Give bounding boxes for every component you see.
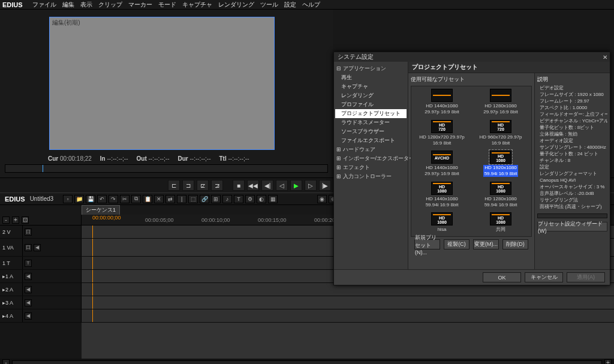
scrub-bar[interactable] — [5, 164, 328, 173]
btn-new-preset[interactable]: 新規プリセット(N)... — [414, 239, 440, 249]
tool-new[interactable]: ▫ — [63, 195, 73, 203]
tc-in[interactable]: --:--:--;-- — [107, 155, 128, 162]
btn-next[interactable]: |▶ — [319, 180, 331, 191]
hscroll-zoom-out[interactable]: - — [2, 359, 10, 364]
tc-ttl[interactable]: --:--:--;-- — [228, 155, 249, 162]
track-label[interactable]: 1 T — [0, 257, 23, 269]
btn-del-in[interactable]: ⊏̷ — [197, 180, 209, 191]
btn-rew[interactable]: ◀◀ — [247, 180, 259, 191]
tree-app[interactable]: ⊟ アプリケーション — [335, 64, 407, 73]
btn-duplicate[interactable]: 複製(C) — [444, 239, 469, 249]
close-icon[interactable]: ✕ — [600, 54, 610, 61]
tool-ripple[interactable]: ⇄ — [165, 195, 175, 203]
tool-title[interactable]: T — [234, 195, 243, 203]
preset-item[interactable]: HD1080HD 1280x108059.94i 16:9 8bit — [474, 181, 528, 210]
menu-render[interactable]: レンダリング — [218, 1, 254, 9]
project-name[interactable]: Untitled3 — [30, 195, 53, 202]
track-icon[interactable]: ◀ — [25, 286, 32, 293]
tool-redo[interactable]: ↷ — [109, 195, 118, 203]
desc-hscroll[interactable] — [537, 213, 607, 218]
sequence-tab[interactable]: シーケンス1 — [82, 205, 120, 215]
tool-d[interactable]: ◐ — [257, 195, 266, 203]
tree-file-export[interactable]: ファイルエクスポート — [335, 136, 407, 145]
tree-source-browser[interactable]: ソースブラウザー — [335, 127, 407, 136]
tool-split[interactable]: | — [177, 195, 186, 203]
tree-capture[interactable]: キャプチャ — [335, 82, 407, 91]
btn-play[interactable]: ▶ — [290, 180, 302, 191]
tree-loudness[interactable]: ラウドネスメーター — [335, 118, 407, 127]
btn-del-out[interactable]: ⊐̷ — [211, 180, 223, 191]
tool-e[interactable]: ▦ — [268, 195, 278, 203]
dialog-titlebar[interactable]: システム設定 ✕ — [334, 52, 610, 62]
tc-dur[interactable]: --:--:--;-- — [190, 155, 211, 162]
tool-save[interactable]: 💾 — [86, 195, 95, 203]
hscroll-zoom-in[interactable]: + — [604, 359, 612, 364]
tool-copy[interactable]: ⧉ — [131, 195, 141, 203]
menu-help[interactable]: ヘルプ — [302, 1, 320, 9]
track-icon[interactable]: ◀ — [25, 273, 32, 280]
preset-item[interactable]: HD 1440x108029.97p 16:9 8bit — [415, 88, 469, 118]
tree-effect[interactable]: ⊞ エフェクト — [335, 163, 407, 172]
preset-item[interactable]: HD1080hisa — [415, 211, 469, 235]
tree-playback[interactable]: 再生 — [335, 73, 407, 82]
track-body[interactable] — [82, 309, 614, 322]
btn-cancel[interactable]: キャンセル — [525, 272, 563, 282]
track-row[interactable]: ▸4 A◀ — [0, 309, 614, 323]
track-body[interactable] — [82, 296, 614, 309]
track-label[interactable]: 1 VA — [0, 239, 23, 256]
btn-prev[interactable]: ◀| — [261, 180, 273, 191]
track-label[interactable]: 2 V — [0, 225, 23, 238]
track-label[interactable]: ▸2 A — [0, 283, 23, 296]
tree-profile[interactable]: プロファイル — [335, 100, 407, 109]
zoom-in[interactable]: + — [12, 216, 19, 224]
tree-project-preset[interactable]: プロジェクトプリセット — [335, 109, 407, 118]
tool-cut[interactable]: ✂ — [120, 195, 130, 203]
btn-fwd[interactable]: ▷ — [305, 180, 317, 191]
menu-marker[interactable]: マーカー — [128, 1, 152, 9]
preset-item[interactable]: HD1080HD 1440x108059.94i 16:9 8bit — [415, 181, 469, 210]
tool-paste[interactable]: 📋 — [143, 195, 152, 203]
tc-out[interactable]: --:--:--;-- — [149, 155, 170, 162]
preset-item[interactable]: HD720HD 1280x720 29.97p16:9 8bit — [415, 119, 469, 149]
btn-ok[interactable]: OK — [483, 272, 521, 282]
btn-set-in[interactable]: ⊏ — [168, 180, 180, 191]
tool-c[interactable]: ⚙ — [245, 195, 255, 203]
preset-item[interactable]: HD1080HD 1920x108059.94i 16:9 8bit — [474, 149, 528, 179]
track-icon[interactable]: ◀ — [25, 299, 32, 306]
tree-input-ctrl[interactable]: ⊞ 入力コントローラー — [335, 172, 407, 181]
tool-link[interactable]: 🔗 — [200, 195, 209, 203]
tool-del[interactable]: ✕ — [154, 195, 164, 203]
zoom-fit[interactable]: ⊡ — [22, 216, 29, 224]
preset-item[interactable]: AVCHDHD 1440x108029.97p 16:9 8bit — [415, 149, 469, 179]
btn-apply[interactable]: 適用(A) — [567, 272, 605, 282]
btn-back[interactable]: ◁ — [276, 180, 288, 191]
track-label[interactable]: ▸3 A — [0, 296, 23, 309]
btn-delete[interactable]: 削除(D) — [502, 239, 528, 249]
tool-open[interactable]: 📁 — [74, 195, 84, 203]
tc-cur[interactable]: 00:00:18;22 — [60, 155, 92, 162]
menu-view[interactable]: 表示 — [80, 1, 92, 9]
menu-mode[interactable]: モード — [158, 1, 176, 9]
tool-group[interactable]: ⬚ — [188, 195, 198, 203]
track-label[interactable]: ▸4 A — [0, 309, 23, 322]
track-icon[interactable]: T — [25, 260, 32, 267]
tree-importer[interactable]: ⊞ インポーター/エクスポーター — [335, 154, 407, 163]
menu-settings[interactable]: 設定 — [284, 1, 296, 9]
btn-preset-wizard[interactable]: プリセット設定ウィザード(W) — [537, 222, 607, 231]
btn-stop[interactable]: ■ — [233, 180, 245, 191]
menu-capture[interactable]: キャプチャ — [182, 1, 212, 9]
tool-f[interactable]: ◉ — [317, 195, 327, 203]
hscroll-bar[interactable] — [12, 360, 602, 364]
tool-a[interactable]: ⊞ — [211, 195, 221, 203]
tree-hardware[interactable]: ⊞ ハードウェア — [335, 145, 407, 154]
preset-item[interactable]: HD720HD 960x720 29.97p16:9 8bit — [474, 119, 528, 149]
menu-tool[interactable]: ツール — [260, 1, 278, 9]
menu-edit[interactable]: 編集 — [62, 1, 74, 9]
tool-undo[interactable]: ↶ — [97, 195, 107, 203]
track-icon[interactable]: ◀ — [34, 244, 41, 251]
menu-file[interactable]: ファイル — [32, 1, 56, 9]
tree-render[interactable]: レンダリング — [335, 91, 407, 100]
track-icon[interactable]: 日 — [25, 228, 32, 236]
track-icon[interactable]: ◀ — [25, 312, 32, 320]
btn-change[interactable]: 変更(M)... — [473, 239, 499, 249]
